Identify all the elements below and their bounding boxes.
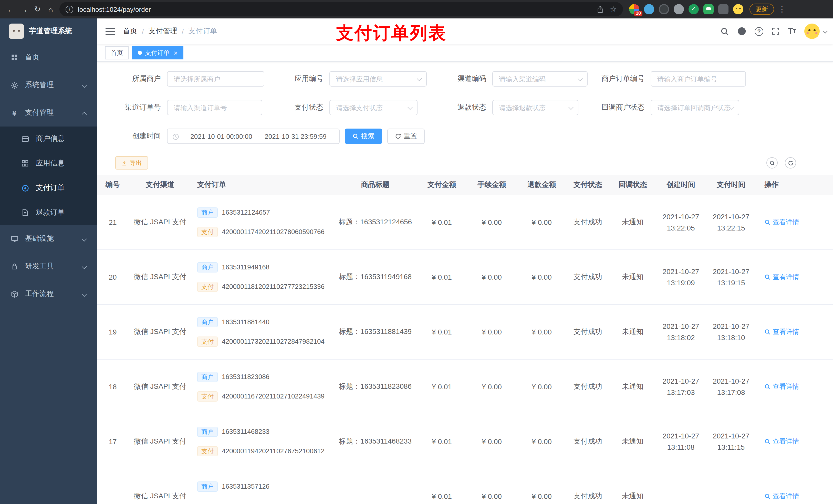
app-logo: 芋道管理系统 (0, 19, 97, 44)
sidebar-item-home[interactable]: 首页 (0, 44, 97, 71)
view-detail-link[interactable]: 查看详情 (764, 272, 799, 282)
sidebar-item-merchant-info[interactable]: 商户信息 (0, 126, 97, 151)
screen: ← → ↻ ⌂ i localhost:1024/pay/order ☆ 10 … (0, 0, 833, 504)
sidebar-item-refund-order[interactable]: 退款订单 (0, 200, 97, 225)
profile-avatar-icon[interactable] (733, 4, 743, 14)
cell-amount: ¥ 0.01 (418, 195, 466, 249)
refund-status-select[interactable] (492, 100, 578, 115)
col-amount: 支付金额 (418, 175, 466, 195)
hamburger-icon[interactable] (105, 28, 115, 35)
toggle-search-button[interactable] (766, 157, 778, 169)
extensions-puzzle-icon[interactable] (718, 4, 729, 14)
reload-icon[interactable]: ↻ (31, 3, 44, 16)
address-bar[interactable]: i localhost:1024/pay/order ☆ (60, 2, 623, 16)
breadcrumb-home[interactable]: 首页 (123, 27, 137, 36)
cell-create-time: 2021-10-27 13:18:02 (656, 304, 706, 359)
font-size-icon[interactable]: TT (788, 27, 796, 35)
url-text[interactable]: localhost:1024/pay/order (78, 5, 590, 13)
help-icon[interactable]: ? (755, 27, 763, 35)
extension-icon[interactable] (689, 4, 699, 14)
col-pay-time: 支付时间 (706, 175, 756, 195)
search-button[interactable]: 搜索 (345, 128, 382, 144)
view-detail-link[interactable]: 查看详情 (764, 491, 799, 501)
cell-notify: 未通知 (610, 249, 656, 304)
breadcrumb-section[interactable]: 支付管理 (148, 27, 177, 36)
refresh-button[interactable] (785, 157, 796, 169)
view-detail-link[interactable]: 查看详情 (764, 327, 799, 336)
share-icon[interactable] (596, 5, 604, 13)
pay-status-select[interactable] (329, 100, 418, 115)
sidebar-item-system[interactable]: 系统管理 (0, 71, 97, 99)
filter-form: 所属商户 应用编号 渠道编码 商户订单编号 (97, 71, 833, 144)
cell-channel: 微信 JSAPI 支付 (128, 304, 192, 359)
channel-code-select[interactable] (492, 71, 588, 87)
close-icon[interactable]: × (174, 49, 177, 56)
view-detail-link[interactable]: 查看详情 (764, 382, 799, 391)
filter-label: 所属商户 (132, 74, 161, 83)
cell-id (97, 469, 128, 504)
extension-badge: 10 (634, 11, 642, 16)
cell-id: 19 (97, 304, 128, 359)
extension-icon[interactable] (659, 4, 669, 14)
app-select[interactable] (329, 71, 427, 87)
extensions-area: 10 (629, 4, 743, 14)
view-detail-label: 查看详情 (772, 217, 799, 226)
merchant-order-no-input[interactable] (651, 71, 746, 87)
forward-icon[interactable]: → (18, 3, 31, 16)
sidebar-menu: 首页 系统管理 ¥ 支付管理 商户信息 (0, 44, 97, 308)
fullscreen-icon[interactable] (771, 27, 780, 35)
merchant-tag: 商户 (197, 481, 218, 491)
main-content: 所属商户 应用编号 渠道编码 商户订单编号 (97, 62, 833, 504)
github-icon[interactable] (737, 27, 746, 36)
filter-label: 退款状态 (457, 103, 486, 112)
view-detail-link[interactable]: 查看详情 (764, 437, 799, 446)
merchant-order-no: 1635311823086 (222, 373, 269, 381)
cell-create-time (656, 469, 706, 504)
sidebar-item-infra[interactable]: 基础设施 (0, 225, 97, 253)
reset-button[interactable]: 重置 (387, 128, 425, 144)
cell-pay-time: 2021-10-27 13:11:15 (706, 414, 756, 469)
cell-title: 标题：1635311881439 (333, 304, 418, 359)
tab-home[interactable]: 首页 (105, 46, 128, 59)
extension-icon[interactable]: 10 (629, 4, 639, 14)
table-header-row: 编号 支付渠道 支付订单 商品标题 支付金额 手续金额 退款金额 支付状态 回调… (97, 175, 833, 195)
cell-id: 18 (97, 359, 128, 414)
site-info-icon[interactable]: i (66, 5, 73, 13)
cell-title: 标题：1635311468233 (333, 414, 418, 469)
extension-icon[interactable] (644, 4, 654, 14)
export-button[interactable]: 导出 (115, 156, 148, 170)
search-icon[interactable] (720, 27, 729, 35)
cell-pay-time (706, 469, 756, 504)
sidebar-item-pay-order[interactable]: 支付订单 (0, 176, 97, 200)
notify-status-select[interactable] (651, 100, 739, 115)
cell-notify: 未通知 (610, 414, 656, 469)
tab-pay-order[interactable]: 支付订单 × (132, 46, 183, 59)
back-icon[interactable]: ← (4, 3, 18, 16)
filter-refund-status: 退款状态 (457, 100, 578, 115)
pay-tag: 支付 (197, 282, 218, 292)
cell-amount: ¥ 0.01 (418, 414, 466, 469)
home-icon[interactable]: ⌂ (44, 3, 57, 16)
date-range-picker[interactable]: 2021-10-01 00:00:00 - 2021-10-31 23:59:5… (167, 128, 340, 144)
channel-order-no-input[interactable] (167, 100, 262, 115)
browser-update-button[interactable]: 更新 (749, 4, 774, 15)
cell-fee: ¥ 0.00 (466, 195, 518, 249)
view-detail-link[interactable]: 查看详情 (764, 217, 799, 226)
sidebar-item-dev-tools[interactable]: 研发工具 (0, 253, 97, 280)
extension-icon[interactable] (674, 4, 684, 14)
col-create-time: 创建时间 (656, 175, 706, 195)
col-title: 商品标题 (333, 175, 418, 195)
sidebar-item-workflow[interactable]: 工作流程 (0, 280, 97, 308)
filter-channel-order-no: 渠道订单号 (125, 100, 262, 115)
extension-icon[interactable] (704, 4, 714, 14)
user-avatar[interactable] (804, 24, 820, 39)
sidebar-item-pay[interactable]: ¥ 支付管理 (0, 99, 97, 126)
chevron-down-icon[interactable] (823, 29, 828, 33)
sidebar-item-app-info[interactable]: 应用信息 (0, 151, 97, 176)
browser-menu-icon[interactable]: ⋮ (778, 5, 786, 14)
cell-fee: ¥ 0.00 (466, 249, 518, 304)
cell-pay-order: 商户 1635312124657 支付 42000011742021102780… (192, 195, 333, 249)
bookmark-star-icon[interactable]: ☆ (610, 5, 617, 14)
cell-notify: 未通知 (610, 195, 656, 249)
merchant-select[interactable] (167, 71, 264, 87)
